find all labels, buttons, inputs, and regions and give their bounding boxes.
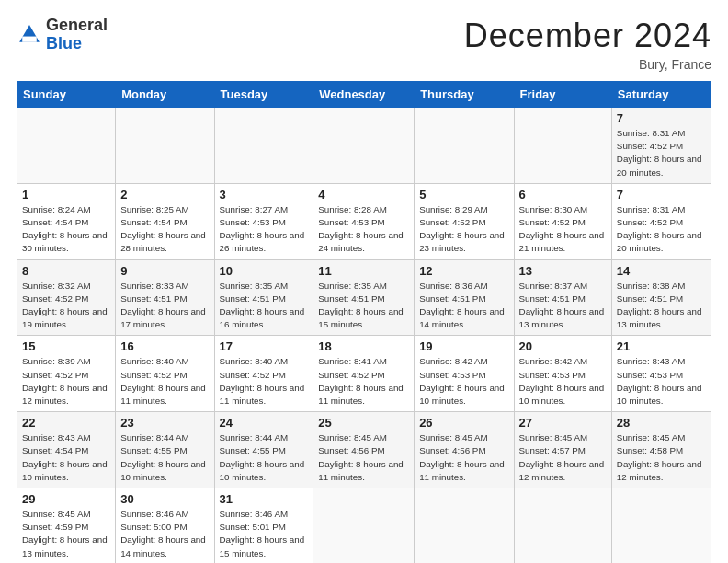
logo-blue: Blue [46,34,82,52]
day-number: 11 [318,264,409,278]
day-detail: Sunrise: 8:27 AMSunset: 4:53 PMDaylight:… [220,204,305,254]
calendar-header: Sunday Monday Tuesday Wednesday Thursday… [17,82,711,108]
day-number: 7 [617,188,706,201]
day-number: 14 [617,264,706,278]
calendar-cell: 10Sunrise: 8:35 AMSunset: 4:51 PMDayligh… [214,259,313,336]
calendar-cell: 4Sunrise: 8:28 AMSunset: 4:53 PMDaylight… [313,183,415,259]
day-detail: Sunrise: 8:44 AMSunset: 4:55 PMDaylight:… [120,432,206,482]
day-detail: Sunrise: 8:25 AMSunset: 4:54 PMDaylight:… [120,204,206,254]
day-number: 10 [220,264,309,278]
day-number: 4 [318,188,409,201]
calendar-week-5: 29Sunrise: 8:45 AMSunset: 4:59 PMDayligh… [17,488,711,563]
day-detail: Sunrise: 8:38 AMSunset: 4:51 PMDaylight:… [617,281,702,330]
day-detail: Sunrise: 8:45 AMSunset: 4:56 PMDaylight:… [419,432,505,482]
day-detail: Sunrise: 8:31 AMSunset: 4:52 PMDaylight:… [617,128,702,178]
calendar-cell [415,488,514,563]
day-detail: Sunrise: 8:42 AMSunset: 4:53 PMDaylight:… [419,356,505,406]
logo-text: General Blue [46,17,108,53]
calendar-week-2: 8Sunrise: 8:32 AMSunset: 4:52 PMDaylight… [17,259,711,336]
calendar-cell: 31Sunrise: 8:46 AMSunset: 5:01 PMDayligh… [214,488,313,563]
day-detail: Sunrise: 8:31 AMSunset: 4:52 PMDaylight:… [617,204,702,254]
calendar-cell: 16Sunrise: 8:40 AMSunset: 4:52 PMDayligh… [116,336,214,412]
calendar-cell: 14Sunrise: 8:38 AMSunset: 4:51 PMDayligh… [611,259,711,336]
day-detail: Sunrise: 8:39 AMSunset: 4:52 PMDaylight:… [22,356,108,406]
day-detail: Sunrise: 8:46 AMSunset: 5:01 PMDaylight:… [220,509,305,558]
calendar-cell [514,488,611,563]
day-detail: Sunrise: 8:45 AMSunset: 4:58 PMDaylight:… [617,432,702,482]
col-saturday: Saturday [611,82,711,108]
calendar: Sunday Monday Tuesday Wednesday Thursday… [17,81,711,563]
calendar-cell: 17Sunrise: 8:40 AMSunset: 4:52 PMDayligh… [214,336,313,412]
col-monday: Monday [116,82,214,108]
calendar-cell [313,108,415,184]
col-tuesday: Tuesday [214,82,313,108]
day-number: 27 [519,416,607,430]
calendar-cell: 8Sunrise: 8:32 AMSunset: 4:52 PMDaylight… [17,259,116,336]
calendar-cell: 19Sunrise: 8:42 AMSunset: 4:53 PMDayligh… [415,336,514,412]
calendar-cell: 30Sunrise: 8:46 AMSunset: 5:00 PMDayligh… [116,488,214,563]
calendar-cell: 23Sunrise: 8:44 AMSunset: 4:55 PMDayligh… [116,412,214,488]
calendar-cell [116,108,214,184]
calendar-cell [17,108,116,184]
day-number: 12 [419,264,508,278]
calendar-cell [611,488,711,563]
day-detail: Sunrise: 8:45 AMSunset: 4:56 PMDaylight:… [318,432,404,482]
calendar-week-0: 7Sunrise: 8:31 AMSunset: 4:52 PMDaylight… [17,108,711,184]
day-detail: Sunrise: 8:37 AMSunset: 4:51 PMDaylight:… [519,281,605,330]
calendar-body: 7Sunrise: 8:31 AMSunset: 4:52 PMDaylight… [17,108,711,564]
title-block: December 2024 Bury, France [464,17,711,72]
day-number: 28 [617,416,706,430]
calendar-cell: 22Sunrise: 8:43 AMSunset: 4:54 PMDayligh… [17,412,116,488]
month-title: December 2024 [464,17,711,55]
day-number: 15 [22,339,110,353]
calendar-cell [514,108,611,184]
day-number: 22 [22,416,110,430]
col-wednesday: Wednesday [313,82,415,108]
day-detail: Sunrise: 8:24 AMSunset: 4:54 PMDaylight:… [22,204,108,254]
day-number: 17 [220,339,309,353]
day-detail: Sunrise: 8:40 AMSunset: 4:52 PMDaylight:… [220,356,305,406]
day-number: 26 [419,416,508,430]
calendar-cell: 24Sunrise: 8:44 AMSunset: 4:55 PMDayligh… [214,412,313,488]
calendar-cell [313,488,415,563]
day-number: 1 [22,188,110,201]
calendar-cell: 9Sunrise: 8:33 AMSunset: 4:51 PMDaylight… [116,259,214,336]
day-number: 18 [318,339,409,353]
calendar-cell [415,108,514,184]
day-detail: Sunrise: 8:42 AMSunset: 4:53 PMDaylight:… [519,356,605,406]
calendar-cell: 11Sunrise: 8:35 AMSunset: 4:51 PMDayligh… [313,259,415,336]
day-detail: Sunrise: 8:30 AMSunset: 4:52 PMDaylight:… [519,204,605,254]
calendar-cell: 7Sunrise: 8:31 AMSunset: 4:52 PMDaylight… [611,183,711,259]
header: General Blue December 2024 Bury, France [17,17,711,72]
day-detail: Sunrise: 8:43 AMSunset: 4:53 PMDaylight:… [617,356,702,406]
calendar-cell: 15Sunrise: 8:39 AMSunset: 4:52 PMDayligh… [17,336,116,412]
calendar-cell [214,108,313,184]
day-detail: Sunrise: 8:44 AMSunset: 4:55 PMDaylight:… [220,432,305,482]
calendar-cell: 7Sunrise: 8:31 AMSunset: 4:52 PMDaylight… [611,108,711,184]
calendar-cell: 21Sunrise: 8:43 AMSunset: 4:53 PMDayligh… [611,336,711,412]
day-detail: Sunrise: 8:32 AMSunset: 4:52 PMDaylight:… [22,281,108,330]
day-number: 23 [120,416,209,430]
day-detail: Sunrise: 8:35 AMSunset: 4:51 PMDaylight:… [220,281,305,330]
header-row: Sunday Monday Tuesday Wednesday Thursday… [17,82,711,108]
calendar-cell: 20Sunrise: 8:42 AMSunset: 4:53 PMDayligh… [514,336,611,412]
day-detail: Sunrise: 8:41 AMSunset: 4:52 PMDaylight:… [318,356,404,406]
day-number: 25 [318,416,409,430]
calendar-week-4: 22Sunrise: 8:43 AMSunset: 4:54 PMDayligh… [17,412,711,488]
day-detail: Sunrise: 8:33 AMSunset: 4:51 PMDaylight:… [120,281,206,330]
logo: General Blue [17,17,108,53]
day-detail: Sunrise: 8:45 AMSunset: 4:57 PMDaylight:… [519,432,605,482]
calendar-cell: 27Sunrise: 8:45 AMSunset: 4:57 PMDayligh… [514,412,611,488]
day-detail: Sunrise: 8:40 AMSunset: 4:52 PMDaylight:… [120,356,206,406]
calendar-week-1: 1Sunrise: 8:24 AMSunset: 4:54 PMDaylight… [17,183,711,259]
calendar-cell: 1Sunrise: 8:24 AMSunset: 4:54 PMDaylight… [17,183,116,259]
logo-icon [17,22,42,48]
calendar-cell: 26Sunrise: 8:45 AMSunset: 4:56 PMDayligh… [415,412,514,488]
day-number: 24 [220,416,309,430]
day-number: 7 [617,111,706,125]
calendar-cell: 13Sunrise: 8:37 AMSunset: 4:51 PMDayligh… [514,259,611,336]
day-number: 9 [120,264,209,278]
calendar-cell: 6Sunrise: 8:30 AMSunset: 4:52 PMDaylight… [514,183,611,259]
day-number: 30 [120,492,209,506]
day-number: 13 [519,264,607,278]
